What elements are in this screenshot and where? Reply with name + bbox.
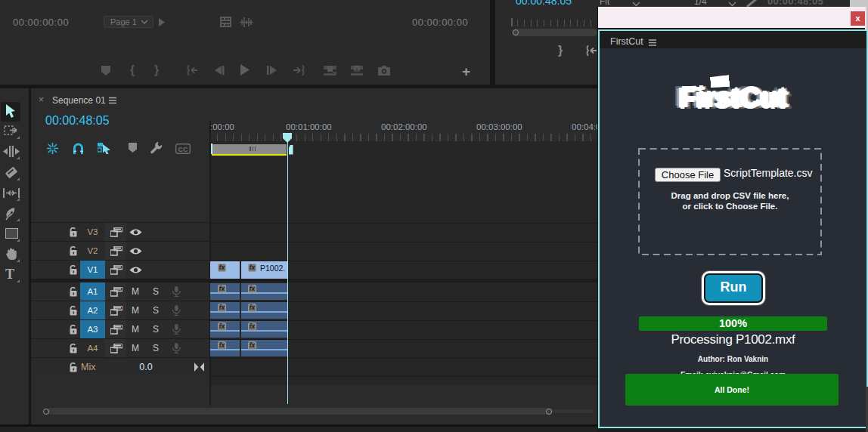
svg-text:CC: CC xyxy=(178,146,188,153)
